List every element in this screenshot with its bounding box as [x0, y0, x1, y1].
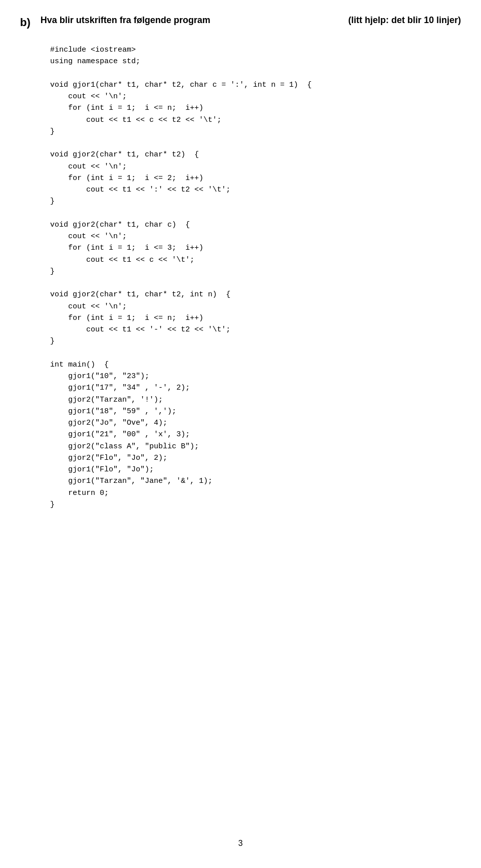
code-line: void gjor2(char* t1, char* t2, int n) { — [50, 289, 461, 300]
code-line: cout << t1 << c << t2 << '\t'; — [50, 114, 461, 126]
code-line: } — [50, 196, 461, 207]
code-line: cout << '\n'; — [50, 301, 461, 312]
code-block: #include <iostream>using namespace std; … — [50, 44, 461, 510]
code-line: gjor1("17", "34" , '-', 2); — [50, 382, 461, 394]
code-line: gjor1("21", "00" , 'x', 3); — [50, 429, 461, 440]
code-line — [50, 348, 461, 359]
code-line: for (int i = 1; i <= n; i++) — [50, 102, 461, 114]
code-line: cout << '\n'; — [50, 231, 461, 242]
page-number: 3 — [238, 839, 243, 848]
code-line — [50, 68, 461, 79]
code-line: gjor2("Flo", "Jo", 2); — [50, 452, 461, 464]
code-line — [50, 137, 461, 149]
code-line: for (int i = 1; i <= 2; i++) — [50, 172, 461, 184]
code-line: } — [50, 335, 461, 347]
code-line: cout << t1 << c << '\t'; — [50, 254, 461, 266]
question-title: Hva blir utskriften fra følgende program — [41, 15, 338, 26]
code-line: } — [50, 499, 461, 510]
code-line: #include <iostream> — [50, 44, 461, 56]
header-row: b) Hva blir utskriften fra følgende prog… — [20, 15, 461, 29]
code-line: cout << t1 << '-' << t2 << '\t'; — [50, 324, 461, 335]
code-line: void gjor1(char* t1, char* t2, char c = … — [50, 79, 461, 91]
code-line: cout << '\n'; — [50, 91, 461, 102]
code-line: gjor2("Tarzan", '!'); — [50, 394, 461, 406]
code-line: cout << '\n'; — [50, 161, 461, 172]
code-line: } — [50, 266, 461, 277]
page-container: b) Hva blir utskriften fra følgende prog… — [0, 0, 481, 868]
code-line: gjor2("class A", "public B"); — [50, 441, 461, 452]
code-line: int main() { — [50, 359, 461, 371]
code-line: cout << t1 << ':' << t2 << '\t'; — [50, 184, 461, 196]
code-line: gjor1("10", "23"); — [50, 371, 461, 382]
code-line: using namespace std; — [50, 56, 461, 67]
code-line: gjor1("Flo", "Jo"); — [50, 464, 461, 475]
code-line: gjor1("18", "59" , ','); — [50, 406, 461, 417]
header-text-container: Hva blir utskriften fra følgende program… — [41, 15, 461, 26]
code-line — [50, 208, 461, 219]
code-line: return 0; — [50, 487, 461, 499]
code-line: for (int i = 1; i <= n; i++) — [50, 312, 461, 324]
code-line: for (int i = 1; i <= 3; i++) — [50, 242, 461, 254]
code-line: gjor1("Tarzan", "Jane", '&', 1); — [50, 475, 461, 487]
part-label: b) — [20, 16, 31, 29]
code-line: gjor2("Jo", "Ove", 4); — [50, 417, 461, 429]
code-line: } — [50, 126, 461, 137]
hint-text: (litt hjelp: det blir 10 linjer) — [348, 15, 461, 26]
code-line: void gjor2(char* t1, char c) { — [50, 219, 461, 231]
code-line: void gjor2(char* t1, char* t2) { — [50, 149, 461, 160]
code-line — [50, 277, 461, 289]
